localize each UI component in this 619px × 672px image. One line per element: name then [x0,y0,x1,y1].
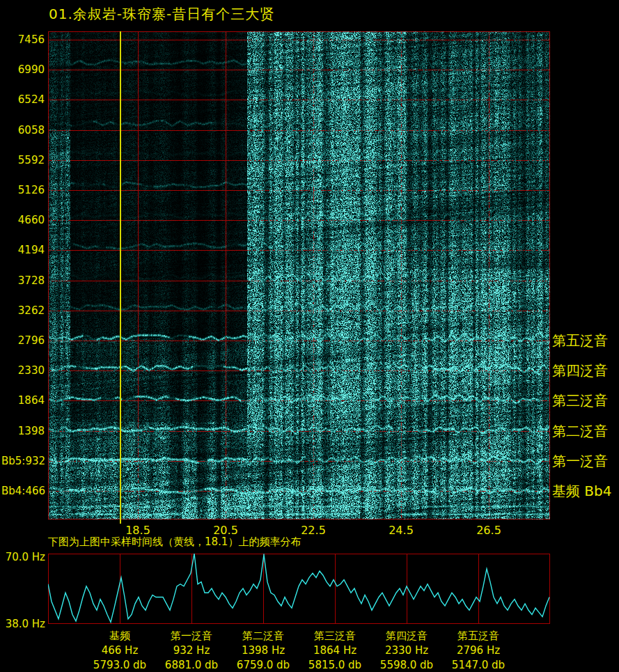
harmonic-label: 第二泛音 [552,423,608,439]
table-col-hz: 2796 Hz [438,643,519,658]
table-col-db: 6881.0 db [151,658,232,672]
distribution-caption: 下图为上图中采样时间线（黄线，18.1）上的频率分布 [48,536,301,549]
table-col-name: 第一泛音 [151,629,232,643]
table-col-hz: 1398 Hz [223,643,304,658]
freq-tick: 2796 [1,334,45,347]
harmonic-label: 第三泛音 [552,392,608,409]
time-tick: 26.5 [467,524,511,537]
table-col-hz: 2330 Hz [366,643,447,658]
table-column: 第二泛音1398 Hz6759.0 db [223,629,304,672]
dist-ymin-label: 38.0 Hz [1,618,45,630]
table-col-hz: 466 Hz [79,643,160,658]
table-col-db: 5793.0 db [79,658,160,672]
table-col-name: 基频 [79,629,160,643]
harmonic-label: 基频 Bb4 [552,483,612,499]
freq-tick: 1864 [1,394,45,407]
table-col-name: 第三泛音 [295,629,375,643]
table-column: 第四泛音2330 Hz5598.0 db [366,629,447,672]
spectrogram-canvas[interactable] [48,31,550,519]
harmonic-label: 第一泛音 [552,453,608,469]
time-tick: 24.5 [379,524,423,537]
freq-tick: 4194 [1,244,45,256]
table-column: 基频466 Hz5793.0 db [79,629,160,672]
table-col-name: 第四泛音 [366,629,447,643]
table-col-hz: 1864 Hz [295,643,375,658]
freq-tick: 1398 [1,425,45,437]
table-col-db: 5147.0 db [438,658,519,672]
table-col-name: 第五泛音 [438,629,519,643]
table-column: 第五泛音2796 Hz5147.0 db [438,629,519,672]
spectrogram-analyzer: 01.余叔岩-珠帘寨-昔日有个三大贤 745669906524605855925… [0,0,619,672]
harmonic-label: 第五泛音 [552,332,608,349]
freq-tick: 5592 [1,154,45,166]
table-col-name: 第二泛音 [223,629,304,643]
table-col-db: 6759.0 db [223,658,304,672]
freq-tick: 6524 [1,93,45,106]
dist-ymax-label: 70.0 Hz [1,551,45,563]
table-col-hz: 932 Hz [151,643,232,658]
table-col-db: 5815.0 db [295,658,375,672]
freq-tick: Bb5:932 [1,455,45,467]
freq-tick: 5126 [1,184,45,196]
freq-tick: 3262 [1,304,45,317]
freq-tick: 7456 [1,33,45,46]
freq-tick: 6990 [1,63,45,76]
distribution-canvas [48,554,550,624]
freq-tick: Bb4:466 [1,485,45,497]
freq-tick: 6058 [1,124,45,136]
table-col-db: 5598.0 db [366,658,447,672]
sample-time-line[interactable] [120,31,121,524]
table-column: 第三泛音1864 Hz5815.0 db [295,629,375,672]
table-column: 第一泛音932 Hz6881.0 db [151,629,232,672]
freq-tick: 3728 [1,274,45,287]
freq-tick: 4660 [1,214,45,226]
harmonic-label: 第四泛音 [552,362,608,379]
freq-tick: 2330 [1,364,45,377]
page-title: 01.余叔岩-珠帘寨-昔日有个三大贤 [49,5,274,24]
